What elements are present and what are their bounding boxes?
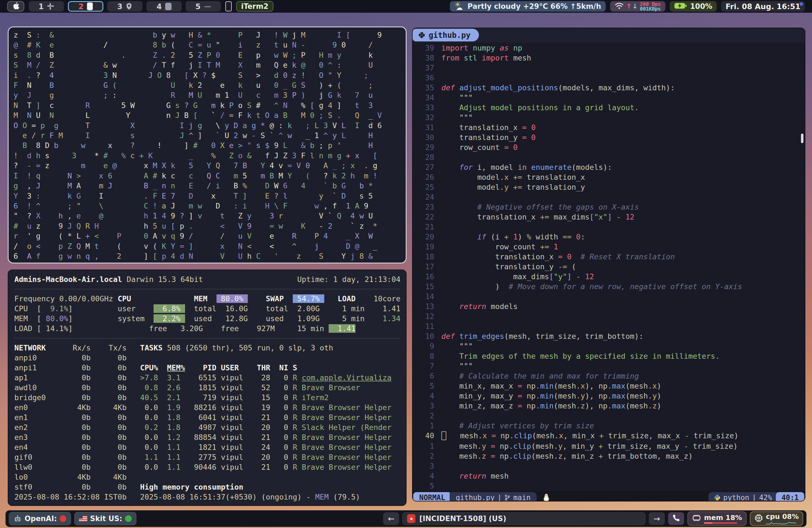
updown-arrows: ↑↓	[626, 2, 638, 10]
battery-icon	[674, 2, 687, 11]
monitor-line: NETWORK Rx/s Tx/s TASKS 508 (2650 thr), …	[14, 343, 400, 353]
line-number: 21	[417, 222, 434, 232]
active-app-name: iTerm2	[241, 2, 269, 11]
code-line: 26 model.x += translation_x	[417, 172, 805, 182]
line-number: 27	[417, 162, 434, 172]
code-line: 34 """	[417, 93, 805, 103]
line-number: 33	[417, 103, 434, 113]
menu-bar-left: 12345— iTerm2	[7, 1, 273, 12]
workspace-1[interactable]: 1	[29, 1, 64, 12]
line-number: 29	[417, 143, 434, 152]
code-line: 39import numpy as np	[417, 43, 805, 53]
line-number: 5	[417, 381, 434, 391]
workspace-4[interactable]: 4	[146, 1, 182, 12]
editor-window[interactable]: github.py 39import numpy as np38from stl…	[412, 28, 806, 501]
code-area[interactable]: 39import numpy as np38from stl import me…	[412, 43, 805, 491]
matrix-row: / o < p Z Q M t ( v ( K Y = ] x N < < ^ …	[14, 241, 401, 251]
system-monitor-window[interactable]: Admins-MacBook-Air.local Darwin 15.3 64b…	[8, 269, 407, 506]
line-number: 2	[417, 411, 434, 421]
cpu-percent: 08%	[782, 513, 799, 520]
matrix-row: z S : & b y w H & * P J ! W j M I [ 9	[14, 30, 401, 40]
language-segment: python | 42%	[708, 492, 778, 502]
up-arrow-icon: ↑	[626, 2, 632, 10]
code-line: 21	[417, 222, 805, 232]
incident-tab[interactable]: ★ [INCIDENT-1508] (US)	[402, 512, 646, 525]
prev-incident-button[interactable]: ←	[383, 512, 399, 525]
line-number: 39	[417, 43, 434, 53]
workspace-2[interactable]: 2	[68, 1, 103, 12]
editor-scrollbar[interactable]	[801, 134, 803, 143]
mem-bar	[704, 522, 737, 524]
code-line: 20 if (i + 1) % width == 0:	[417, 232, 805, 242]
next-incident-button[interactable]: →	[649, 512, 665, 525]
cpu-sparkline	[766, 521, 796, 525]
workspace-5[interactable]: 5—	[186, 1, 221, 12]
line-number: 11	[417, 321, 434, 332]
code-line: 18 translation_x = 0 # Reset X translati…	[417, 252, 805, 262]
cpu-gauge[interactable]: cpu 08%	[750, 511, 803, 526]
python-icon	[418, 31, 425, 39]
monitor-line: en1 0b 0b 0.0 1.8 6041 vipul 21 0 R Brav…	[14, 413, 400, 423]
line-number: 23	[417, 202, 434, 212]
line-number: 34	[417, 93, 434, 103]
code-line: 7 """	[417, 361, 805, 371]
menu-bar-right: ☀☁ Partly cloudy +29°C 66% ↑5km/h ↑↓ 260…	[450, 1, 805, 12]
line-number: 25	[417, 182, 434, 192]
line-number: 24	[417, 192, 434, 202]
mem-label: mem	[704, 514, 723, 522]
line-number: 17	[417, 262, 434, 272]
code-line: 31 translation_x = 0	[417, 122, 805, 133]
us-flag-icon	[79, 516, 87, 522]
battery-widget[interactable]: 100%	[670, 1, 717, 12]
brave-icon	[126, 2, 132, 10]
incident-label: [INCIDENT-1508] (US)	[419, 514, 506, 523]
penguin-icon	[543, 494, 550, 502]
phone-button[interactable]	[668, 512, 684, 525]
weather-text: Partly cloudy +29°C 66% ↑5km/h	[468, 2, 601, 11]
line-number: 13	[417, 302, 434, 311]
badge-label: OpenAI:	[25, 514, 57, 523]
line-number: 3	[417, 401, 434, 411]
line-number: 15	[417, 282, 434, 292]
line-number: 38	[417, 53, 434, 63]
network-speed-widget[interactable]: ↑↓ 260 Bps 001KBps	[610, 1, 665, 12]
matrix-row: S M / Z & w / T f j I T M X m Q e k @ 0 …	[14, 60, 401, 70]
line-number: 28	[417, 152, 434, 162]
dash-icon: —	[204, 2, 211, 11]
matrix-row: 6 ! ^ ; " \ C ! a J m w D : i H \ F w , …	[14, 201, 401, 211]
active-app-badge[interactable]: iTerm2	[236, 1, 273, 12]
line-number: 7	[417, 361, 434, 371]
monitor-line: awdl0 0b 0b 0.8 2.6 1815 vipul 52 0 R Br…	[14, 383, 400, 393]
apple-menu[interactable]	[7, 1, 24, 12]
download-speed: 001KBps	[640, 6, 661, 11]
matrix-row: r ' g ( * L + < P 0 A v q 9 / / u V e R …	[14, 231, 401, 241]
clock-widget[interactable]: Fri. 08 Aug. 16:51	[721, 1, 805, 12]
monitor-line: CPU [ 9.1%] user 6.8% total 16.0G total …	[14, 304, 400, 314]
status-badge-skitus[interactable]: Skit US:	[74, 512, 136, 525]
matrix-terminal-window[interactable]: z S : & b y w H & * P J ! W j M I [ 9@ #…	[8, 27, 407, 263]
code-line: 22 translation_x += max_dims["x"] - 12	[417, 212, 805, 222]
workspace-3[interactable]: 3	[107, 1, 143, 12]
code-line: 14	[417, 292, 805, 302]
file-branch-segment: github.py | main	[450, 492, 537, 502]
monitor-line: en3 0b 0b 0.0 1.2 88854 vipul 21 0 R Bra…	[14, 432, 400, 442]
monitor-line: stf0 0b 0b High memory consumption	[14, 482, 400, 492]
tab-github-py[interactable]: github.py	[412, 29, 479, 41]
matrix-grid: z S : & b y w H & * P J ! W j M I [ 9@ #…	[14, 30, 401, 261]
matrix-row: g , J M A m J B _ n n E / i B % D W 6 4 …	[14, 181, 401, 191]
code-line: 28	[417, 152, 805, 162]
monitor-line: MEM [ 80.0%] system 2.2% used 12.8G used…	[14, 314, 400, 324]
mem-gauge[interactable]: mem 18%	[687, 511, 746, 526]
matrix-row: e / r F M I s J ^ ] ` U 2 w - S ` ^ w _ …	[14, 131, 401, 141]
code-line: 4 min_y, max_y = np.min(mesh.y), np.max(…	[417, 391, 805, 401]
line-number: 4	[417, 471, 434, 481]
weather-widget[interactable]: ☀☁ Partly cloudy +29°C 66% ↑5km/h	[450, 1, 606, 12]
monitor-line: en2 0b 0b 0.2 1.8 4987 vipul 20 0 R Slac…	[14, 423, 400, 432]
clock-text: Fri. 08 Aug. 16:51	[726, 2, 800, 11]
code-line: 4 return mesh	[417, 471, 805, 481]
phone-icon	[672, 514, 680, 523]
status-badge-openai[interactable]: OpenAI:	[9, 512, 71, 525]
code-line: 24	[417, 192, 805, 202]
code-line: 16 max_dims["y"] - 12	[417, 272, 805, 282]
monitor-line: en4 0b 0b 0.0 1.1 1821 vipul 24 0 R Brav…	[14, 442, 400, 452]
